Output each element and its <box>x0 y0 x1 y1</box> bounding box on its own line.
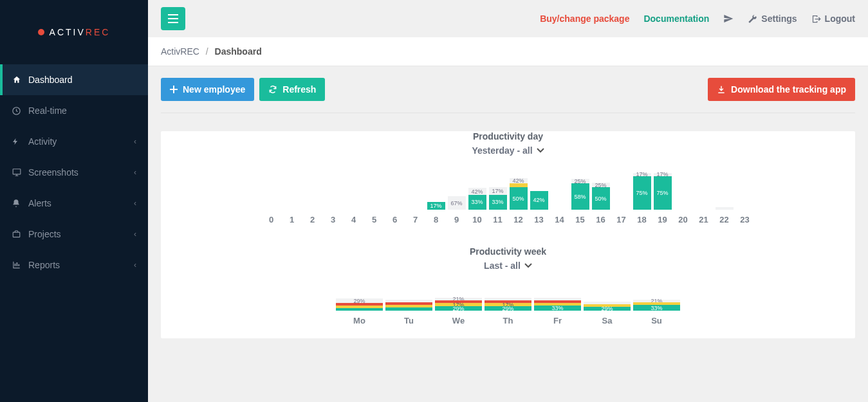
sidebar-item-dashboard[interactable]: Dashboard <box>0 64 148 95</box>
x-axis-label: 9 <box>454 215 459 224</box>
chart-week-selector[interactable]: Last - all <box>484 260 532 271</box>
settings-link[interactable]: Settings <box>748 14 797 24</box>
bar-col: 50%25%16 <box>591 165 611 224</box>
chevron-left-icon: ‹ <box>134 137 136 146</box>
bar-col: 17%8 <box>426 165 447 224</box>
refresh-button[interactable]: Refresh <box>259 78 325 101</box>
sidebar: ACTIVREC DashboardReal-timeActivity‹Scre… <box>0 0 148 402</box>
bar-col: 20 <box>673 165 694 224</box>
x-axis-label: 18 <box>637 215 646 224</box>
brand-prefix: ACTIV <box>50 27 86 37</box>
breadcrumb: ActivREC / Dashboard <box>148 37 868 66</box>
x-axis-label: Mo <box>353 316 365 325</box>
bar-col: 29%17%Th <box>483 280 533 325</box>
bar-seg: 25% <box>592 183 610 187</box>
bar-seg: 42% <box>468 188 486 195</box>
settings-label: Settings <box>761 14 797 24</box>
bar-seg: 58% <box>571 183 589 210</box>
sidebar-item-label: Dashboard <box>28 75 136 85</box>
breadcrumb-root[interactable]: ActivREC <box>161 46 199 57</box>
x-axis-label: Tu <box>404 316 414 325</box>
x-axis-label: 10 <box>472 215 481 224</box>
x-axis-label: 22 <box>719 215 728 224</box>
x-axis-label: 11 <box>493 215 502 224</box>
bar-seg: 42% <box>530 191 548 210</box>
wrench-icon <box>748 14 757 24</box>
download-app-button[interactable]: Download the tracking app <box>708 78 855 101</box>
bar-col: 33%42%10 <box>467 165 488 224</box>
bar-col: 21 <box>694 165 714 224</box>
buy-package-link[interactable]: Buy/change package <box>540 14 629 24</box>
charts-panel: Productivity day Yesterday - all 0123456… <box>161 131 855 338</box>
chart-week: 29%MoTu29%17%21%We29%17%Th33%Fr29%Sa33%2… <box>161 280 855 325</box>
x-axis-label: Sa <box>602 316 613 325</box>
paper-plane-icon <box>723 14 734 24</box>
new-employee-label: New employee <box>183 84 245 95</box>
bar-col: 29%Mo <box>335 280 384 325</box>
bar-col: 75%17%18 <box>632 165 652 224</box>
bar-seg: 67% <box>448 196 466 210</box>
logout-icon <box>811 14 821 24</box>
main-area: Buy/change package Documentation Setting… <box>148 0 868 402</box>
x-axis-label: Th <box>503 316 513 325</box>
bar-seg: 29% <box>584 307 631 311</box>
bar-seg <box>336 308 383 311</box>
svg-rect-2 <box>13 232 20 237</box>
send-button[interactable] <box>723 14 734 24</box>
bar-col: Tu <box>384 280 434 325</box>
chevron-left-icon: ‹ <box>134 260 136 270</box>
bar-seg: 50% <box>510 187 528 210</box>
bar-seg: 75% <box>633 176 651 210</box>
sidebar-item-screenshots[interactable]: Screenshots‹ <box>0 157 148 188</box>
menu-toggle-button[interactable] <box>161 7 185 30</box>
bar-col: 42%13 <box>529 165 549 224</box>
bar-seg <box>385 307 432 311</box>
new-employee-button[interactable]: New employee <box>161 78 254 101</box>
chart-day-selector[interactable]: Yesterday - all <box>472 145 544 156</box>
breadcrumb-current: Dashboard <box>215 46 262 57</box>
chevron-down-icon <box>524 263 532 268</box>
x-axis-label: 17 <box>616 215 625 224</box>
chart-day-subtitle: Yesterday - all <box>472 145 532 156</box>
x-axis-label: 5 <box>372 215 376 224</box>
brand-logo: ACTIVREC <box>0 0 148 64</box>
bar-chart-icon <box>12 260 28 270</box>
x-axis-label: 20 <box>678 215 687 224</box>
bar-seg: 33% <box>534 306 581 311</box>
sidebar-item-label: Activity <box>28 136 134 147</box>
sidebar-item-label: Alerts <box>28 198 134 208</box>
chevron-left-icon: ‹ <box>134 230 136 239</box>
x-axis-label: 1 <box>290 215 294 224</box>
bar-seg: 33% <box>468 195 486 210</box>
x-axis-label: 7 <box>413 215 418 224</box>
x-axis-label: 13 <box>534 215 543 224</box>
bar-seg: 29% <box>336 298 383 303</box>
bar-col: 58%25%15 <box>570 165 591 224</box>
logout-link[interactable]: Logout <box>811 14 855 24</box>
sidebar-item-alerts[interactable]: Alerts‹ <box>0 188 148 219</box>
x-axis-label: 6 <box>392 215 397 224</box>
x-axis-label: 12 <box>513 215 522 224</box>
plus-icon <box>170 86 178 93</box>
documentation-link[interactable]: Documentation <box>643 14 709 24</box>
bar-seg: 29% <box>435 306 482 311</box>
bar-col: 17 <box>611 165 632 224</box>
bar-col: 3 <box>323 165 344 224</box>
sidebar-item-reports[interactable]: Reports‹ <box>0 250 148 280</box>
sidebar-item-projects[interactable]: Projects‹ <box>0 219 148 250</box>
bar-seg: 33% <box>633 305 680 311</box>
sidebar-item-real-time[interactable]: Real-time <box>0 95 148 126</box>
x-axis-label: We <box>452 316 465 325</box>
bar-seg: 25% <box>571 179 589 183</box>
sidebar-item-activity[interactable]: Activity‹ <box>0 126 148 157</box>
sidebar-item-label: Reports <box>28 260 134 270</box>
download-icon <box>717 85 726 94</box>
download-label: Download the tracking app <box>731 84 846 95</box>
action-row: New employee Refresh Download the tracki… <box>161 78 855 113</box>
topbar: Buy/change package Documentation Setting… <box>148 0 868 37</box>
sidebar-item-label: Projects <box>28 229 134 239</box>
refresh-icon <box>268 85 277 94</box>
chart-week-subtitle: Last - all <box>484 260 521 271</box>
x-axis-label: 16 <box>596 215 605 224</box>
bar-col: 2 <box>302 165 323 224</box>
